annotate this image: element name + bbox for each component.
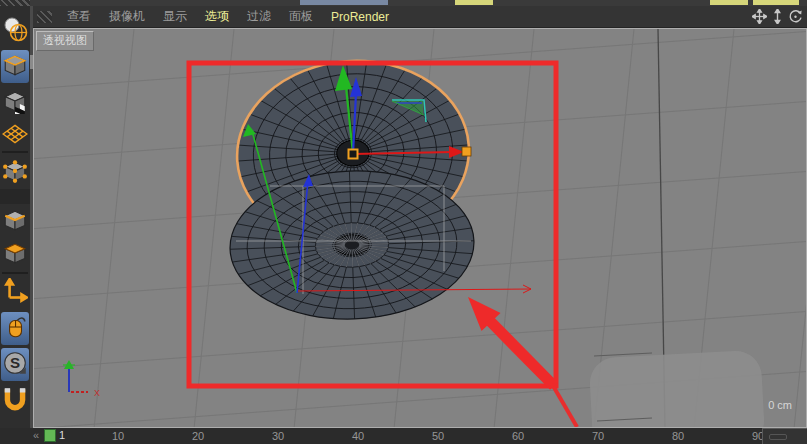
edges-mode-icon <box>2 207 28 237</box>
ghost-shape <box>589 350 766 428</box>
ruler-tick: 20 <box>192 430 204 442</box>
viewport-label[interactable]: 透视视图 <box>36 31 94 51</box>
toolbar-edge-segment <box>710 0 748 5</box>
toolbar-viewport-solo-button[interactable] <box>1 312 29 345</box>
ruler-tick: 80 <box>672 430 684 442</box>
x-axis-handle <box>462 147 471 156</box>
menu-item-7[interactable]: ProRender <box>322 10 398 24</box>
viewport-scene[interactable]: X <box>34 29 807 428</box>
toolbar-render-view-button[interactable] <box>1 14 29 47</box>
toolbar-edge-segment <box>300 0 388 5</box>
ruler-tick: 30 <box>272 430 284 442</box>
timeline-ruler[interactable]: « 1 102030405060708090 <box>0 428 807 444</box>
points-mode-icon <box>2 158 28 188</box>
toolbar-texture-mode-button[interactable] <box>1 86 29 119</box>
polygons-mode-icon <box>2 240 28 270</box>
size-readout: 0 cm <box>768 399 792 411</box>
toolbar-separator <box>0 189 30 204</box>
menu-item-3[interactable]: 显示 <box>154 8 196 25</box>
toolbar-points-mode-button[interactable] <box>1 156 29 189</box>
left-mode-toolbar: S <box>0 6 30 444</box>
current-frame-marker[interactable] <box>44 429 56 442</box>
world-axis-indicator: X <box>63 360 100 398</box>
ruler-tick: 40 <box>352 430 364 442</box>
dolly-icon[interactable] <box>770 9 785 24</box>
magnet-snap-icon <box>2 386 28 416</box>
toolbar-snap-s-button[interactable]: S <box>1 348 29 381</box>
c4d-window: 查看摄像机显示选项过滤面板ProRender S 透视视图 X 0 cm « 1… <box>0 0 807 444</box>
toolbar-separator <box>2 272 28 274</box>
model-mode-icon <box>2 52 28 82</box>
menu-item-5[interactable]: 过滤 <box>238 8 280 25</box>
texture-mode-icon <box>2 88 28 118</box>
perspective-viewport[interactable]: 透视视图 X 0 cm <box>33 28 807 428</box>
toolbar-workplane-mode-button[interactable] <box>1 119 29 152</box>
workplane-mode-icon <box>2 121 28 151</box>
current-frame-number: 1 <box>59 429 65 441</box>
viewport-menubar: 查看摄像机显示选项过滤面板ProRender <box>0 6 807 28</box>
menu-item-6[interactable]: 面板 <box>280 8 322 25</box>
toolbar-edge-segment <box>455 0 493 5</box>
annotation-arrow <box>468 297 577 427</box>
menu-item-2[interactable]: 摄像机 <box>100 8 154 25</box>
rewind-icon[interactable]: « <box>33 429 39 441</box>
timeline-corner-panel <box>762 428 807 444</box>
menu-item-4[interactable]: 选项 <box>196 8 238 25</box>
snap-s-icon: S <box>2 350 28 380</box>
rotate-icon[interactable] <box>788 9 803 24</box>
pan-icon[interactable] <box>752 9 767 24</box>
render-view-icon <box>2 16 28 46</box>
svg-text:S: S <box>10 354 20 371</box>
ruler-tick: 60 <box>512 430 524 442</box>
menu-item-1[interactable]: 查看 <box>58 8 100 25</box>
viewport-nav-icons <box>752 9 803 24</box>
ruler-tick: 50 <box>432 430 444 442</box>
panel-hint <box>769 434 787 440</box>
menu-grip-handle[interactable] <box>37 11 52 23</box>
viewport-solo-icon <box>2 314 28 344</box>
toolbar-magnet-snap-button[interactable] <box>1 384 29 417</box>
toolbar-edge-segment <box>753 0 799 5</box>
menu-items: 查看摄像机显示选项过滤面板ProRender <box>58 8 398 25</box>
toolbar-edges-mode-button[interactable] <box>1 205 29 238</box>
enable-axis-icon <box>2 278 28 308</box>
toolbar-enable-axis-button[interactable] <box>1 276 29 309</box>
ruler-tick: 10 <box>112 430 124 442</box>
svg-text:X: X <box>94 388 100 398</box>
toolbar-model-mode-button[interactable] <box>1 50 29 83</box>
ruler-tick: 70 <box>592 430 604 442</box>
toolbar-polygons-mode-button[interactable] <box>1 238 29 271</box>
axis-center-handle <box>349 150 358 159</box>
